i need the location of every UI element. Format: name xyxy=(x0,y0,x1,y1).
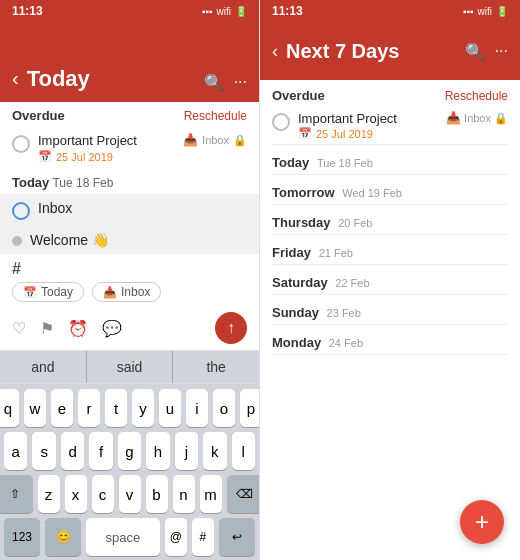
more-icon[interactable]: ··· xyxy=(234,73,247,92)
left-status-icons: ▪▪▪ wifi 🔋 xyxy=(202,6,247,17)
key-c[interactable]: c xyxy=(92,475,114,513)
left-header: ‹ Today 🔍 ··· xyxy=(0,22,259,102)
tag-chip-today[interactable]: 📅 Today xyxy=(12,282,84,302)
tag-chip-inbox[interactable]: 📥 Inbox xyxy=(92,282,161,302)
key-u[interactable]: u xyxy=(159,389,181,427)
key-s[interactable]: s xyxy=(32,432,55,470)
predictive-word-2[interactable]: said xyxy=(87,351,174,383)
send-button[interactable]: ↑ xyxy=(215,312,247,344)
key-r[interactable]: r xyxy=(78,389,100,427)
predictive-word-1[interactable]: and xyxy=(0,351,87,383)
key-z[interactable]: z xyxy=(38,475,60,513)
keyboard-row-4: 123 😊 space @ # ↩ xyxy=(0,513,259,560)
key-m[interactable]: m xyxy=(200,475,222,513)
search-icon[interactable]: 🔍 xyxy=(204,73,224,92)
key-b[interactable]: b xyxy=(146,475,168,513)
right-task-info: Important Project 📅 25 Jul 2019 xyxy=(298,111,438,140)
today-chip-icon: 📅 xyxy=(23,286,37,299)
inbox-chip-label: Inbox xyxy=(121,285,150,299)
right-task-date: 25 Jul 2019 xyxy=(316,128,373,140)
key-k[interactable]: k xyxy=(203,432,226,470)
right-reschedule-button[interactable]: Reschedule xyxy=(445,89,508,103)
key-p[interactable]: p xyxy=(240,389,259,427)
right-lock-icon: 🔒 xyxy=(494,112,508,125)
key-g[interactable]: g xyxy=(118,432,141,470)
overdue-task-item[interactable]: Important Project 📅 25 Jul 2019 📥 Inbox … xyxy=(0,127,259,169)
keyboard-row-2: a s d f g h j k l xyxy=(0,427,259,470)
right-back-icon[interactable]: ‹ xyxy=(272,41,278,62)
key-n[interactable]: n xyxy=(173,475,195,513)
back-icon[interactable]: ‹ xyxy=(12,67,19,90)
bottom-spacer xyxy=(260,355,520,375)
task-right: 📥 Inbox 🔒 xyxy=(183,133,247,147)
day-label-friday: Friday xyxy=(272,245,311,260)
right-status-icons: ▪▪▪ wifi 🔋 xyxy=(463,6,508,17)
signal-icon-right: ▪▪▪ xyxy=(463,6,474,17)
wifi-icon-right: wifi xyxy=(478,6,492,17)
heart-icon[interactable]: ♡ xyxy=(12,319,26,338)
key-space[interactable]: space xyxy=(86,518,160,556)
key-q[interactable]: q xyxy=(0,389,19,427)
inbox-task-item[interactable]: Inbox xyxy=(0,194,259,226)
today-chip-label: Today xyxy=(41,285,73,299)
key-o[interactable]: o xyxy=(213,389,235,427)
key-shift[interactable]: ⇧ xyxy=(0,475,33,513)
key-d[interactable]: d xyxy=(61,432,84,470)
key-x[interactable]: x xyxy=(65,475,87,513)
key-return[interactable]: ↩ xyxy=(219,518,255,556)
today-sub-label: Tue 18 Feb xyxy=(52,176,113,190)
key-emoji[interactable]: 😊 xyxy=(45,518,81,556)
key-e[interactable]: e xyxy=(51,389,73,427)
welcome-task-info: Welcome 👋 xyxy=(30,232,247,248)
right-more-icon[interactable]: ··· xyxy=(495,42,508,61)
right-task-date-row: 📅 25 Jul 2019 xyxy=(298,127,438,140)
key-i[interactable]: i xyxy=(186,389,208,427)
day-label-today: Today xyxy=(272,155,309,170)
key-hash[interactable]: # xyxy=(192,518,214,556)
signal-icon: ▪▪▪ xyxy=(202,6,213,17)
right-title: Next 7 Days xyxy=(286,40,457,63)
day-today: Today Tue 18 Feb xyxy=(260,145,520,174)
day-sub-sunday: 23 Feb xyxy=(327,307,361,319)
day-sub-saturday: 22 Feb xyxy=(335,277,369,289)
clock-icon[interactable]: ⏰ xyxy=(68,319,88,338)
key-h[interactable]: h xyxy=(146,432,169,470)
right-overdue-task[interactable]: Important Project 📅 25 Jul 2019 📥 Inbox … xyxy=(260,107,520,144)
reschedule-button[interactable]: Reschedule xyxy=(184,109,247,123)
key-a[interactable]: a xyxy=(4,432,27,470)
keyboard-row-3: ⇧ z x c v b n m ⌫ xyxy=(0,470,259,513)
key-j[interactable]: j xyxy=(175,432,198,470)
toolbar-row: ♡ ⚑ ⏰ 💬 ↑ xyxy=(0,306,259,350)
key-y[interactable]: y xyxy=(132,389,154,427)
overdue-label: Overdue xyxy=(12,108,65,123)
comment-icon[interactable]: 💬 xyxy=(102,319,122,338)
task-checkbox[interactable] xyxy=(12,135,30,153)
key-w[interactable]: w xyxy=(24,389,46,427)
fab-button[interactable]: + xyxy=(460,500,504,544)
key-t[interactable]: t xyxy=(105,389,127,427)
key-f[interactable]: f xyxy=(89,432,112,470)
inbox-task-title: Inbox xyxy=(38,200,247,216)
emoji-icon: 😊 xyxy=(56,530,71,544)
inbox-task-info: Inbox xyxy=(38,200,247,216)
day-tomorrow: Tomorrow Wed 19 Feb xyxy=(260,175,520,204)
day-label-tomorrow: Tomorrow xyxy=(272,185,335,200)
day-label-thursday: Thursday xyxy=(272,215,331,230)
right-search-icon[interactable]: 🔍 xyxy=(465,42,485,61)
day-label-saturday: Saturday xyxy=(272,275,328,290)
inbox-chip-icon: 📥 xyxy=(103,286,117,299)
key-v[interactable]: v xyxy=(119,475,141,513)
welcome-task-item[interactable]: Welcome 👋 xyxy=(0,226,259,254)
day-label-sunday: Sunday xyxy=(272,305,319,320)
inbox-task-checkbox[interactable] xyxy=(12,202,30,220)
predictive-word-3[interactable]: the xyxy=(173,351,259,383)
key-delete[interactable]: ⌫ xyxy=(227,475,260,513)
today-section: Today Tue 18 Feb xyxy=(0,169,259,194)
flag-icon[interactable]: ⚑ xyxy=(40,319,54,338)
right-task-checkbox[interactable] xyxy=(272,113,290,131)
key-l[interactable]: l xyxy=(232,432,255,470)
right-status-bar: 11:13 ▪▪▪ wifi 🔋 xyxy=(260,0,520,22)
day-sub-monday: 24 Feb xyxy=(329,337,363,349)
key-123[interactable]: 123 xyxy=(4,518,40,556)
key-at[interactable]: @ xyxy=(165,518,187,556)
